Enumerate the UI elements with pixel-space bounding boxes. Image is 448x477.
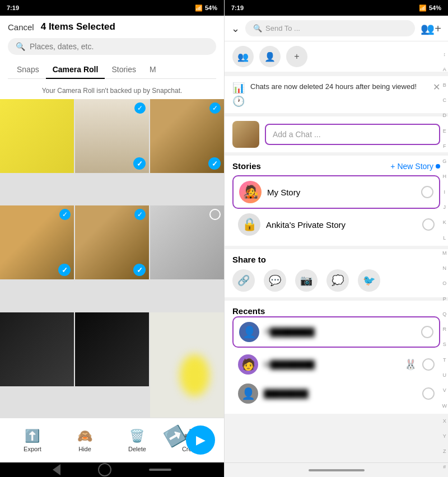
az-w[interactable]: W [442, 404, 447, 409]
add-friends-button[interactable]: 👥+ [421, 22, 441, 35]
share-icons: 🔗 💬 📷 💭 🐦 [232, 269, 440, 292]
my-story-item[interactable]: 🧑‍🎤 My Story [232, 175, 440, 209]
delete-label: Delete [128, 446, 146, 452]
photo-cell[interactable] [0, 99, 74, 173]
az-j[interactable]: J [444, 205, 446, 210]
photo-cell[interactable]: ✓ [150, 99, 224, 173]
send-button[interactable]: ▶ [186, 425, 215, 455]
az-b[interactable]: B [443, 83, 446, 88]
recent-name-3: ████████ [264, 389, 417, 398]
recent-item-1[interactable]: 👤 P████████ [232, 316, 440, 348]
chevron-down-icon[interactable]: ⌄ [231, 22, 240, 35]
az-q[interactable]: Q [442, 312, 446, 317]
cancel-button[interactable]: Cancel [8, 22, 34, 32]
az-c[interactable]: C [443, 98, 447, 103]
search-input[interactable] [30, 42, 208, 51]
private-story-radio[interactable] [422, 218, 435, 231]
plus-icon[interactable]: + [286, 46, 307, 67]
my-story-emoji: 🧑‍🎤 [243, 185, 258, 199]
az-m[interactable]: M [442, 251, 447, 256]
az-scroll[interactable]: ↕ [444, 52, 446, 57]
quick-actions: 👥 👤 + [225, 41, 448, 76]
photo-cell[interactable]: ✓ [75, 99, 149, 173]
clock-icon: 🕐 [232, 95, 245, 107]
az-p[interactable]: P [443, 297, 446, 302]
share-to-section: Share to 🔗 💬 📷 💭 🐦 [225, 249, 448, 297]
az-n[interactable]: N [443, 266, 447, 271]
az-f[interactable]: F [443, 144, 446, 149]
az-u[interactable]: U [443, 373, 447, 378]
photo-cell[interactable]: ✓ [0, 205, 74, 279]
delete-button[interactable]: 🗑️ Delete [128, 429, 146, 452]
chat-input-area[interactable]: Add a Chat ... [265, 124, 440, 145]
tab-more[interactable]: M [143, 60, 163, 78]
az-h[interactable]: H [443, 174, 447, 179]
left-header: Cancel 4 Items Selected 🔍 Snaps Camera R… [0, 16, 224, 82]
notification-close-button[interactable]: ✕ [433, 82, 440, 92]
tab-camera-roll[interactable]: Camera Roll [46, 60, 105, 78]
twitter-share-button[interactable]: 🐦 [358, 269, 380, 292]
az-k[interactable]: K [443, 220, 446, 225]
my-story-radio[interactable] [421, 186, 433, 198]
recent-item-3[interactable]: 👤 ████████ [232, 379, 440, 408]
backup-warning: Your Camera Roll isn't backed up by Snap… [0, 82, 224, 99]
recents-title: Recents [232, 306, 265, 316]
tab-stories[interactable]: Stories [105, 60, 143, 78]
chat-item[interactable]: Add a Chat ... [225, 116, 448, 152]
private-story-item[interactable]: 🔒 Ankita's Private Story [232, 209, 440, 240]
recent-avatar-1: 👤 [239, 322, 259, 342]
az-e[interactable]: E [443, 129, 446, 134]
az-r[interactable]: R [443, 327, 447, 332]
az-y[interactable]: Y [443, 434, 446, 439]
az-z[interactable]: Z [443, 449, 446, 454]
az-d[interactable]: D [443, 113, 447, 118]
person-icon-2: 🧑 [241, 358, 255, 371]
az-t[interactable]: T [443, 358, 446, 363]
az-s[interactable]: S [443, 342, 446, 347]
hide-button[interactable]: 🙈 Hide [77, 429, 92, 452]
az-i[interactable]: I [444, 190, 445, 195]
tab-snaps[interactable]: Snaps [10, 60, 46, 78]
send-to-search[interactable]: 🔍 Send To ... [245, 20, 415, 36]
recent-radio-2[interactable] [422, 358, 435, 371]
left-time: 7:19 [7, 4, 19, 11]
photo-cell[interactable] [150, 312, 224, 418]
whatsapp-share-button[interactable]: 💬 [264, 269, 286, 292]
right-home-indicator [225, 462, 448, 477]
new-story-button[interactable]: + New Story [390, 162, 440, 171]
recent-radio-1[interactable] [421, 326, 433, 338]
az-l[interactable]: L [443, 236, 446, 241]
group-icon[interactable]: 👥 [232, 46, 254, 67]
right-home-button[interactable] [309, 469, 365, 471]
private-story-name: Ankita's Private Story [266, 220, 417, 230]
photo-grid: ✓ ✓ ✓ ✓ [0, 99, 224, 418]
photo-cell[interactable] [75, 312, 149, 386]
az-g[interactable]: G [442, 159, 446, 164]
person-icon-3: 👤 [241, 387, 255, 400]
link-share-button[interactable]: 🔗 [232, 269, 255, 292]
recent-item-2[interactable]: 🧑 M████████ 🐰 [232, 350, 440, 379]
az-hash[interactable]: # [443, 465, 446, 470]
photo-cell[interactable] [0, 312, 74, 386]
az-o[interactable]: O [442, 281, 446, 286]
photo-cell[interactable]: ✓ [75, 205, 149, 279]
recent-radio-3[interactable] [422, 387, 435, 400]
stories-section: Stories + New Story 🧑‍🎤 My Story [225, 156, 448, 246]
az-x[interactable]: X [443, 419, 446, 424]
back-button[interactable] [53, 464, 60, 475]
export-button[interactable]: ⬆️ Export [24, 429, 41, 452]
instagram-share-button[interactable]: 📷 [295, 269, 318, 292]
photo-cell[interactable] [150, 205, 224, 279]
blue-dot [436, 164, 440, 169]
home-button[interactable] [98, 463, 111, 476]
right-status-icons: 📶 [419, 4, 427, 12]
messages-share-button[interactable]: 💭 [326, 269, 349, 292]
recents-button[interactable] [149, 469, 171, 471]
chat-placeholder: Add a Chat ... [273, 130, 321, 139]
az-v[interactable]: V [443, 388, 446, 393]
az-a[interactable]: A [443, 67, 446, 72]
person-icon[interactable]: 👤 [259, 46, 281, 67]
recent-name-2: M████████ [264, 360, 399, 369]
left-status-icons: 📶 [195, 4, 203, 12]
search-bar: 🔍 [8, 38, 216, 55]
